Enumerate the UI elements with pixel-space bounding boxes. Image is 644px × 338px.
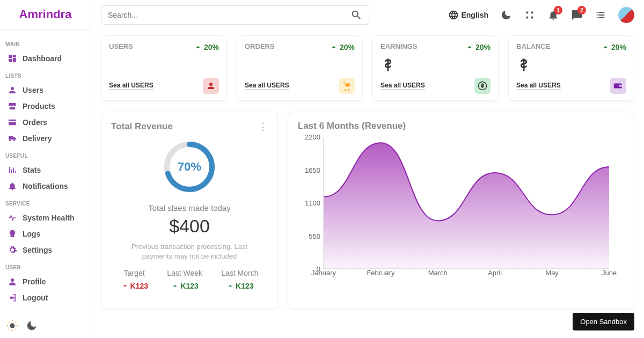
store-icon bbox=[8, 101, 17, 111]
sidebar-item-dashboard[interactable]: Dashboard bbox=[5, 50, 85, 67]
nav-group-title: LISTS bbox=[5, 73, 85, 79]
gear-icon bbox=[8, 245, 17, 255]
list-icon[interactable] bbox=[595, 9, 606, 21]
chevron-up-icon bbox=[329, 42, 339, 52]
widget-pct: 20% bbox=[329, 42, 355, 52]
sidebar-item-products[interactable]: Products bbox=[5, 98, 85, 114]
progress-ring: 70% bbox=[163, 140, 216, 194]
rev-col-value: K123 bbox=[221, 282, 258, 290]
more-icon[interactable]: ⋮ bbox=[258, 121, 268, 133]
bell-icon[interactable]: 1 bbox=[547, 9, 559, 21]
sidebar-item-stats[interactable]: Stats bbox=[5, 162, 85, 178]
widget-link[interactable]: Sea all USERS bbox=[245, 82, 289, 90]
widget-orders: ORDERS20%Sea all USERS bbox=[237, 35, 363, 101]
widget-title: ORDERS bbox=[245, 42, 275, 50]
dollar-icon bbox=[474, 78, 491, 94]
rev-col-title: Last Week bbox=[167, 269, 202, 277]
sidebar-item-profile[interactable]: Profile bbox=[5, 274, 85, 290]
y-tick: 550 bbox=[309, 232, 320, 240]
brand-logo[interactable]: Amrindra bbox=[0, 0, 91, 30]
search-icon[interactable] bbox=[350, 9, 362, 21]
rev-col-last-month: Last MonthK123 bbox=[221, 269, 258, 290]
sidebar-item-users[interactable]: Users bbox=[5, 82, 85, 98]
x-tick: February bbox=[367, 269, 394, 306]
rev-col-title: Target bbox=[121, 269, 148, 277]
chevron-icon bbox=[226, 282, 235, 290]
search-input[interactable] bbox=[108, 11, 350, 19]
revenue-title: Total Revenue bbox=[111, 121, 173, 132]
x-tick: April bbox=[488, 269, 502, 306]
sidebar-item-logout[interactable]: Logout bbox=[5, 290, 85, 306]
sidebar-item-label: Orders bbox=[23, 118, 47, 127]
x-tick: May bbox=[545, 269, 559, 306]
widget-title: USERS bbox=[109, 42, 133, 50]
sidebar-item-orders[interactable]: Orders bbox=[5, 114, 85, 130]
svg-line-9 bbox=[16, 322, 16, 322]
revenue-amount: $400 bbox=[111, 216, 268, 237]
chat-icon[interactable]: 2 bbox=[571, 9, 583, 21]
chevron-icon bbox=[121, 282, 129, 290]
rev-col-value: K123 bbox=[167, 282, 202, 290]
health-icon bbox=[8, 213, 17, 223]
sidebar-item-label: Delivery bbox=[23, 134, 52, 143]
sidebar-item-delivery[interactable]: Delivery bbox=[5, 130, 85, 146]
svg-line-4 bbox=[9, 322, 9, 322]
sidebar-item-logs[interactable]: Logs bbox=[5, 226, 85, 242]
chevron-up-icon bbox=[193, 42, 203, 52]
person-icon bbox=[203, 78, 219, 94]
avatar[interactable] bbox=[618, 7, 634, 23]
widget-link[interactable]: Sea all USERS bbox=[380, 82, 425, 90]
dark-mode-icon[interactable] bbox=[500, 9, 512, 21]
sidebar-item-notifications[interactable]: Notifications bbox=[5, 178, 85, 194]
card-icon bbox=[8, 117, 17, 127]
widget-title: BALANCE bbox=[516, 42, 551, 50]
sidebar-item-label: Stats bbox=[23, 166, 41, 174]
sidebar-item-label: Logs bbox=[23, 230, 40, 238]
widget-value bbox=[245, 55, 355, 75]
widget-value bbox=[380, 55, 491, 75]
theme-toggles bbox=[0, 313, 91, 338]
sun-icon[interactable] bbox=[6, 320, 18, 332]
sidebar-item-system-health[interactable]: System Health bbox=[5, 210, 85, 226]
widget-users: USERS20%Sea all USERS bbox=[101, 35, 227, 101]
truck-icon bbox=[8, 134, 17, 143]
rev-col-target: TargetK123 bbox=[121, 269, 148, 290]
svg-line-8 bbox=[9, 329, 9, 329]
language-selector[interactable]: English bbox=[448, 10, 488, 20]
globe-icon bbox=[448, 10, 459, 20]
rev-col-value: K123 bbox=[121, 282, 148, 290]
chart-panel: Last 6 Months (Revenue) 0550110016502200… bbox=[288, 112, 634, 309]
widget-earnings: EARNINGS20%Sea all USERS bbox=[372, 35, 499, 101]
widget-link[interactable]: Sea all USERS bbox=[516, 82, 561, 90]
dollar-icon bbox=[516, 57, 531, 72]
sidebar-item-settings[interactable]: Settings bbox=[5, 242, 85, 258]
widget-value bbox=[109, 55, 219, 75]
widget-value bbox=[516, 55, 626, 75]
sidebar-item-label: Notifications bbox=[23, 182, 68, 190]
widget-title: EARNINGS bbox=[380, 42, 418, 50]
chevron-up-icon bbox=[465, 42, 474, 52]
progress-value: 70% bbox=[163, 140, 216, 194]
y-tick: 1650 bbox=[305, 166, 320, 174]
rev-col-last-week: Last WeekK123 bbox=[167, 269, 202, 290]
widget-pct: 20% bbox=[193, 42, 219, 52]
notif-badge: 1 bbox=[554, 6, 562, 14]
sidebar-item-label: Dashboard bbox=[23, 54, 62, 63]
wallet-icon bbox=[610, 78, 626, 94]
fullscreen-icon[interactable] bbox=[524, 9, 536, 21]
widget-pct: 20% bbox=[465, 42, 491, 52]
svg-line-5 bbox=[16, 329, 16, 329]
area-chart: 0550110016502200JanuaryFebruaryMarchApri… bbox=[298, 137, 624, 303]
widget-link[interactable]: Sea all USERS bbox=[109, 82, 153, 90]
nav-group-title: SERVICE bbox=[5, 201, 85, 207]
sidebar-item-label: System Health bbox=[23, 214, 74, 222]
search-box[interactable] bbox=[101, 5, 369, 25]
widget-balance: BALANCE20%Sea all USERS bbox=[508, 35, 634, 101]
moon-icon[interactable] bbox=[26, 320, 38, 332]
sidebar-item-label: Profile bbox=[23, 277, 46, 286]
x-tick: January bbox=[311, 269, 336, 306]
cart-icon bbox=[339, 78, 355, 94]
revenue-subtitle: Total slaes made today bbox=[111, 203, 268, 212]
open-sandbox-button[interactable]: Open Sandbox bbox=[573, 313, 634, 330]
person-icon bbox=[8, 85, 17, 95]
